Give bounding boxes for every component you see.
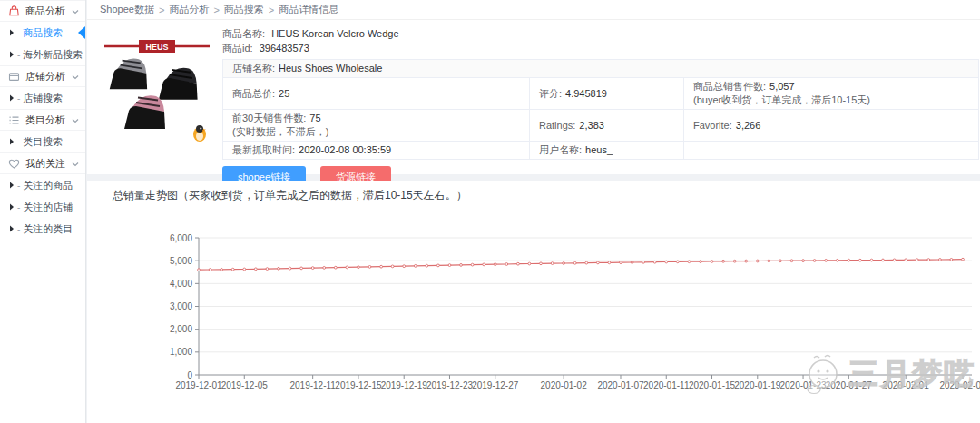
caret-right-icon bbox=[9, 94, 15, 102]
main-area: Shopee数据>商品分析>商品搜索>商品详情信息 HEUS bbox=[87, 0, 980, 423]
svg-text:2019-12-23: 2019-12-23 bbox=[426, 380, 474, 390]
svg-text:0: 0 bbox=[187, 370, 192, 380]
sidebar-item-label: 商品搜索 bbox=[23, 26, 63, 40]
info-cell: 评分:4.945819 bbox=[530, 78, 684, 110]
svg-text:2020-02-01: 2020-02-01 bbox=[883, 380, 930, 390]
brand-label: HEUS bbox=[145, 43, 168, 52]
heart-icon bbox=[8, 158, 20, 170]
svg-text:2020-01-27: 2020-01-27 bbox=[826, 380, 873, 390]
breadcrumb-item[interactable]: 商品搜索 bbox=[224, 3, 264, 16]
product-id-label: 商品id: bbox=[222, 43, 253, 54]
chevron-down-icon bbox=[71, 7, 80, 16]
sidebar-item-followed-categories[interactable]: -关注的类目 bbox=[0, 218, 85, 240]
svg-text:2,000: 2,000 bbox=[170, 324, 192, 334]
svg-text:2020-01-19: 2020-01-19 bbox=[734, 380, 781, 390]
product-id-value: 396483573 bbox=[260, 43, 309, 54]
product-id-line: 商品id: 396483573 bbox=[222, 41, 979, 55]
sidebar-item-label: 商品分析 bbox=[25, 5, 65, 18]
product-detail-panel: HEUS bbox=[87, 20, 980, 174]
shop-icon bbox=[8, 71, 20, 83]
dash-bullet: - bbox=[17, 202, 20, 212]
info-cell: Favorite:3,266 bbox=[684, 110, 979, 142]
chevron-down-icon bbox=[71, 116, 80, 125]
breadcrumb: Shopee数据>商品分析>商品搜索>商品详情信息 bbox=[87, 0, 980, 20]
caret-right-icon bbox=[9, 182, 15, 189]
svg-text:2020-01-07: 2020-01-07 bbox=[597, 380, 644, 390]
sidebar-item-followed-products[interactable]: -关注的商品 bbox=[0, 174, 85, 196]
sidebar-item-shop-search[interactable]: -店铺搜索 bbox=[0, 87, 85, 109]
product-name-label: 商品名称: bbox=[222, 28, 265, 39]
sales-trend-chart: 01,0002,0003,0004,0005,0006,0002019-12-0… bbox=[87, 181, 980, 423]
svg-text:2019-12-01: 2019-12-01 bbox=[175, 380, 222, 390]
info-cell: Ratings:2,383 bbox=[530, 110, 684, 142]
breadcrumb-item: 商品详情信息 bbox=[279, 3, 338, 16]
chevron-down-icon bbox=[71, 73, 80, 82]
sidebar-item-label: 关注的店铺 bbox=[23, 201, 73, 214]
caret-right-icon bbox=[9, 138, 15, 145]
breadcrumb-item[interactable]: Shopee数据 bbox=[100, 3, 154, 16]
info-table-row: 前30天销售件数:75(实时数据，不滞后，)Ratings:2,383Favor… bbox=[223, 110, 979, 142]
info-cell: 商品总销售件数:5,057(buyer收到货，订单完成，滞后10-15天) bbox=[684, 78, 979, 110]
dash-bullet: - bbox=[17, 224, 20, 234]
svg-text:6,000: 6,000 bbox=[170, 233, 192, 243]
caret-right-icon bbox=[9, 225, 15, 232]
sidebar-item-category-analysis[interactable]: 类目分析 bbox=[0, 109, 85, 131]
sidebar-item-followed-shops[interactable]: -关注的店铺 bbox=[0, 196, 85, 218]
sidebar-item-label: 店铺分析 bbox=[25, 70, 65, 84]
svg-text:2020-01-11: 2020-01-11 bbox=[643, 380, 690, 390]
product-info-table: 店铺名称:Heus Shoes Wholesale商品总价:25评分:4.945… bbox=[222, 59, 979, 160]
sidebar-item-label: 店铺搜索 bbox=[23, 92, 63, 105]
breadcrumb-separator: > bbox=[213, 5, 219, 15]
sales-trend-panel: 总销量走势图（买家收到货，订单完成之后的数据，滞后10-15天左右。） 01,0… bbox=[87, 181, 980, 423]
svg-text:2020-01-15: 2020-01-15 bbox=[689, 380, 736, 390]
breadcrumb-item[interactable]: 商品分析 bbox=[169, 3, 209, 16]
info-table-row: 最新抓取时间:2020-02-08 00:35:59用户名称:heus_ bbox=[223, 142, 979, 160]
sidebar-item-label: 我的关注 bbox=[25, 157, 65, 171]
svg-text:3,000: 3,000 bbox=[170, 301, 192, 311]
caret-right-icon bbox=[9, 51, 15, 58]
sidebar-item-label: 类目分析 bbox=[25, 113, 65, 127]
caret-right-icon bbox=[9, 29, 15, 36]
sidebar-item-shop-analysis[interactable]: 店铺分析 bbox=[0, 65, 85, 87]
sidebar-item-label: 海外新品搜索 bbox=[23, 48, 83, 62]
caret-right-icon bbox=[9, 203, 15, 211]
sidebar-item-product-analysis[interactable]: 商品分析 bbox=[0, 0, 85, 22]
svg-text:2019-12-19: 2019-12-19 bbox=[381, 380, 428, 390]
sidebar-item-category-search[interactable]: -类目搜索 bbox=[0, 131, 85, 152]
list-icon bbox=[8, 114, 20, 126]
info-cell: 前30天销售件数:75(实时数据，不滞后，) bbox=[223, 110, 530, 142]
svg-text:2019-12-15: 2019-12-15 bbox=[335, 380, 382, 390]
product-image: HEUS bbox=[100, 27, 214, 147]
dash-bullet: - bbox=[17, 181, 20, 191]
dash-bullet: - bbox=[17, 50, 20, 60]
chevron-down-icon bbox=[71, 160, 80, 169]
sidebar-item-overseas-new-product-search[interactable]: -海外新品搜索 bbox=[0, 44, 85, 65]
shop-name-cell: 店铺名称:Heus Shoes Wholesale bbox=[223, 60, 979, 78]
dash-bullet: - bbox=[17, 93, 20, 103]
info-cell bbox=[684, 142, 979, 160]
bag-icon bbox=[8, 5, 20, 17]
sidebar-item-label: 关注的商品 bbox=[23, 179, 73, 192]
sidebar: 商品分析-商品搜索-海外新品搜索店铺分析-店铺搜索类目分析-类目搜索我的关注-关… bbox=[0, 0, 86, 423]
svg-text:2019-12-05: 2019-12-05 bbox=[221, 380, 269, 390]
svg-text:2019-12-27: 2019-12-27 bbox=[472, 380, 519, 390]
dash-bullet: - bbox=[17, 137, 20, 147]
product-info: 商品名称: HEUS Korean Velcro Wedge 商品id: 396… bbox=[222, 26, 979, 189]
info-cell: 商品总价:25 bbox=[223, 78, 530, 110]
breadcrumb-separator: > bbox=[269, 5, 274, 15]
sidebar-item-label: 类目搜索 bbox=[23, 135, 63, 149]
breadcrumb-separator: > bbox=[159, 5, 164, 15]
dash-bullet: - bbox=[17, 28, 20, 38]
sidebar-item-my-follows[interactable]: 我的关注 bbox=[0, 152, 85, 174]
svg-text:2019-12-11: 2019-12-11 bbox=[289, 380, 336, 390]
info-cell: 最新抓取时间:2020-02-08 00:35:59 bbox=[223, 142, 530, 160]
product-photo-graphic: HEUS bbox=[100, 27, 214, 147]
product-name-line: 商品名称: HEUS Korean Velcro Wedge bbox=[222, 26, 979, 41]
svg-text:2020-01-02: 2020-01-02 bbox=[541, 380, 588, 390]
sidebar-item-product-search[interactable]: -商品搜索 bbox=[0, 22, 85, 44]
svg-text:4,000: 4,000 bbox=[170, 279, 192, 289]
selected-item-marker bbox=[78, 26, 85, 39]
info-cell: 用户名称:heus_ bbox=[530, 142, 684, 160]
svg-text:2020-02-06: 2020-02-06 bbox=[939, 380, 980, 390]
svg-text:5,000: 5,000 bbox=[170, 256, 192, 266]
